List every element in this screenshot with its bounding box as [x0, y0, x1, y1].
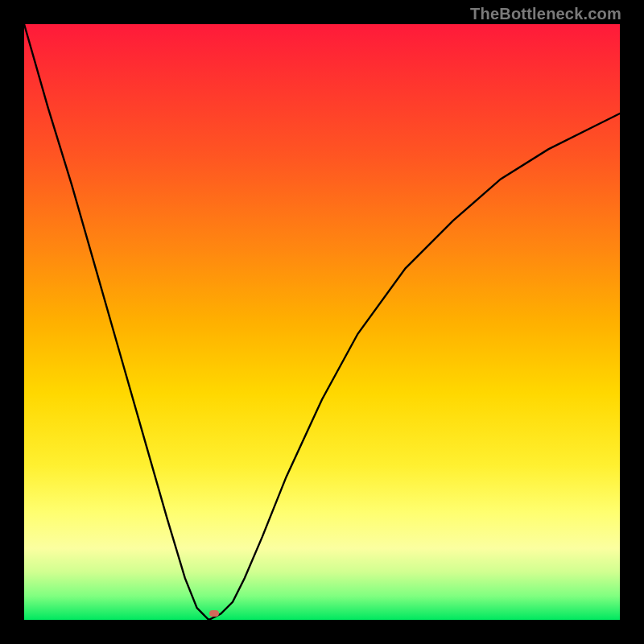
minimum-marker [209, 610, 219, 617]
watermark-text: TheBottleneck.com [470, 5, 621, 23]
chart-container: TheBottleneck.com [0, 0, 644, 644]
plot-area [24, 24, 620, 620]
bottleneck-curve [24, 24, 620, 620]
